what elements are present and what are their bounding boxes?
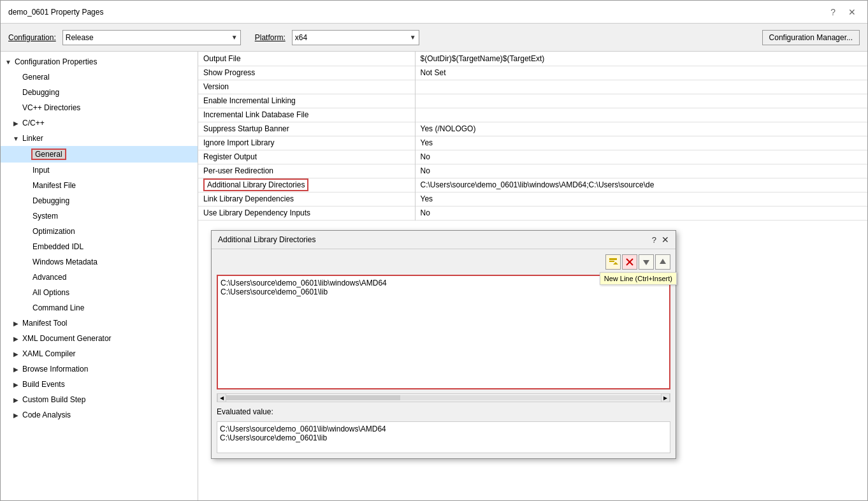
sidebar-label-debugging: Debugging bbox=[21, 87, 61, 98]
sidebar-item-advanced[interactable]: Advanced bbox=[1, 270, 198, 285]
config-arrow: ▼ bbox=[231, 34, 238, 41]
title-bar-controls: ? ✕ bbox=[827, 6, 860, 18]
sidebar: ▼ Configuration Properties General Debug… bbox=[1, 52, 198, 500]
dialog-help-button[interactable]: ? bbox=[652, 235, 656, 245]
expand-icon: ▶ bbox=[11, 335, 21, 342]
sidebar-item-build-events[interactable]: ▶ Build Events bbox=[1, 377, 198, 392]
prop-name-highlighted: Additional Library Directories bbox=[203, 178, 308, 191]
evaluated-lines: C:\Users\source\demo_0601\lib\windows\AM… bbox=[220, 425, 667, 442]
sidebar-item-linker-debugging[interactable]: Debugging bbox=[1, 193, 198, 208]
sidebar-label-windows-metadata: Windows Metadata bbox=[31, 257, 99, 267]
prop-value: $(OutDir)$(TargetName)$(TargetExt) bbox=[415, 52, 867, 66]
props-table: Output File$(OutDir)$(TargetName)$(Targe… bbox=[198, 52, 867, 221]
sidebar-item-debugging[interactable]: Debugging bbox=[1, 85, 198, 100]
platform-dropdown[interactable]: x64 ▼ bbox=[292, 30, 419, 45]
table-row[interactable]: Ignore Import LibraryYes bbox=[198, 136, 867, 150]
table-row[interactable]: Per-user RedirectionNo bbox=[198, 164, 867, 178]
move-up-button[interactable] bbox=[655, 254, 670, 270]
dialog-title: Additional Library Directories bbox=[218, 235, 315, 244]
sidebar-item-general[interactable]: General bbox=[1, 69, 198, 85]
dialog-close-button[interactable]: ✕ bbox=[662, 235, 669, 245]
sidebar-item-input[interactable]: Input bbox=[1, 163, 198, 178]
title-bar: demo_0601 Property Pages ? ✕ bbox=[1, 1, 867, 24]
sidebar-item-manifest-tool[interactable]: ▶ Manifest Tool bbox=[1, 316, 198, 331]
list-item: C:\Users\source\demo_0601\lib\windows\AM… bbox=[220, 425, 667, 433]
table-row[interactable]: Suppress Startup BannerYes (/NOLOGO) bbox=[198, 122, 867, 136]
scroll-right-arrow[interactable]: ▶ bbox=[661, 393, 670, 402]
table-row[interactable]: Version bbox=[198, 80, 867, 94]
dialog-controls: ? ✕ bbox=[652, 235, 669, 245]
table-row[interactable]: Use Library Dependency InputsNo bbox=[198, 206, 867, 220]
table-row[interactable]: Show ProgressNot Set bbox=[198, 66, 867, 80]
evaluated-content: C:\Users\source\demo_0601\lib\windows\AM… bbox=[217, 421, 670, 453]
expand-icon: ▶ bbox=[11, 320, 21, 327]
help-button[interactable]: ? bbox=[827, 6, 839, 18]
prop-value: Not Set bbox=[415, 66, 867, 80]
sidebar-label-command-line: Command Line bbox=[31, 303, 85, 313]
table-row[interactable]: Additional Library DirectoriesC:\Users\s… bbox=[198, 178, 867, 192]
sidebar-item-command-line[interactable]: Command Line bbox=[1, 300, 198, 316]
config-dropdown[interactable]: Release ▼ bbox=[62, 30, 241, 45]
sidebar-label-build-events: Build Events bbox=[21, 379, 66, 389]
sidebar-label-vc-dirs: VC++ Directories bbox=[21, 103, 82, 113]
new-line-button[interactable] bbox=[605, 254, 621, 270]
horizontal-scrollbar[interactable]: ◀ ▶ bbox=[217, 393, 670, 402]
prop-name: Version bbox=[198, 80, 415, 94]
close-button[interactable]: ✕ bbox=[844, 6, 860, 18]
sidebar-item-system[interactable]: System bbox=[1, 208, 198, 224]
sidebar-item-embedded-idl[interactable]: Embedded IDL bbox=[1, 239, 198, 254]
sidebar-label-cpp: C/C++ bbox=[21, 118, 46, 128]
sidebar-item-windows-metadata[interactable]: Windows Metadata bbox=[1, 254, 198, 270]
sidebar-label-embedded-idl: Embedded IDL bbox=[31, 242, 85, 252]
delete-button[interactable] bbox=[622, 254, 637, 270]
sidebar-item-xml-doc-gen[interactable]: ▶ XML Document Generator bbox=[1, 331, 198, 346]
config-value: Release bbox=[66, 33, 94, 42]
main-content: ▼ Configuration Properties General Debug… bbox=[1, 52, 867, 500]
sidebar-label-input: Input bbox=[31, 165, 51, 175]
table-row[interactable]: Link Library DependenciesYes bbox=[198, 192, 867, 206]
move-down-button[interactable] bbox=[639, 254, 654, 270]
expand-icon: ▶ bbox=[11, 120, 21, 127]
move-down-icon bbox=[642, 258, 651, 266]
platform-arrow: ▼ bbox=[410, 34, 416, 41]
sidebar-label-linker-general: General bbox=[31, 149, 66, 160]
dir-lines-area[interactable]: C:\Users\source\demo_0601\lib\windows\AM… bbox=[217, 275, 670, 389]
sidebar-item-optimization[interactable]: Optimization bbox=[1, 224, 198, 239]
sidebar-label-code-analysis: Code Analysis bbox=[21, 410, 72, 420]
props-panel: Output File$(OutDir)$(TargetName)$(Targe… bbox=[198, 52, 867, 500]
svg-marker-5 bbox=[643, 260, 649, 265]
sidebar-label-advanced: Advanced bbox=[31, 272, 68, 282]
tooltip: New Line (Ctrl+Insert) bbox=[600, 272, 677, 285]
sidebar-item-linker[interactable]: ▼ Linker bbox=[1, 131, 198, 146]
sidebar-label-all-options: All Options bbox=[31, 287, 71, 298]
expand-icon: ▶ bbox=[11, 396, 21, 403]
config-manager-button[interactable]: Configuration Manager... bbox=[762, 30, 860, 45]
prop-name: Suppress Startup Banner bbox=[198, 122, 415, 136]
prop-name: Output File bbox=[198, 52, 415, 66]
table-row[interactable]: Incremental Link Database File bbox=[198, 108, 867, 122]
table-row[interactable]: Output File$(OutDir)$(TargetName)$(Targe… bbox=[198, 52, 867, 66]
sidebar-item-browse-info[interactable]: ▶ Browse Information bbox=[1, 361, 198, 377]
window-title: demo_0601 Property Pages bbox=[8, 8, 103, 17]
sidebar-item-cpp[interactable]: ▶ C/C++ bbox=[1, 115, 198, 131]
sidebar-label-optimization: Optimization bbox=[31, 226, 76, 236]
sidebar-item-manifest-file[interactable]: Manifest File bbox=[1, 178, 198, 193]
svg-rect-0 bbox=[609, 258, 617, 260]
scroll-left-arrow[interactable]: ◀ bbox=[217, 393, 226, 402]
prop-value: No bbox=[415, 164, 867, 178]
delete-icon bbox=[625, 258, 634, 266]
sidebar-item-linker-general[interactable]: General bbox=[1, 146, 198, 163]
sidebar-item-config-props[interactable]: ▼ Configuration Properties bbox=[1, 54, 198, 69]
sidebar-label-config-props: Configuration Properties bbox=[13, 57, 98, 67]
list-item: C:\Users\source\demo_0601\lib bbox=[221, 287, 667, 296]
prop-value: No bbox=[415, 206, 867, 220]
sidebar-item-vc-dirs[interactable]: VC++ Directories bbox=[1, 100, 198, 115]
table-row[interactable]: Register OutputNo bbox=[198, 150, 867, 164]
sidebar-item-custom-build-step[interactable]: ▶ Custom Build Step bbox=[1, 392, 198, 407]
sidebar-item-xaml-compiler[interactable]: ▶ XAML Compiler bbox=[1, 346, 198, 361]
sidebar-label-manifest-tool: Manifest Tool bbox=[21, 318, 68, 328]
dialog-body: New Line (Ctrl+Insert) C:\Users\source\d… bbox=[212, 249, 676, 458]
sidebar-item-code-analysis[interactable]: ▶ Code Analysis bbox=[1, 407, 198, 423]
sidebar-item-all-options[interactable]: All Options bbox=[1, 285, 198, 300]
table-row[interactable]: Enable Incremental Linking bbox=[198, 94, 867, 108]
